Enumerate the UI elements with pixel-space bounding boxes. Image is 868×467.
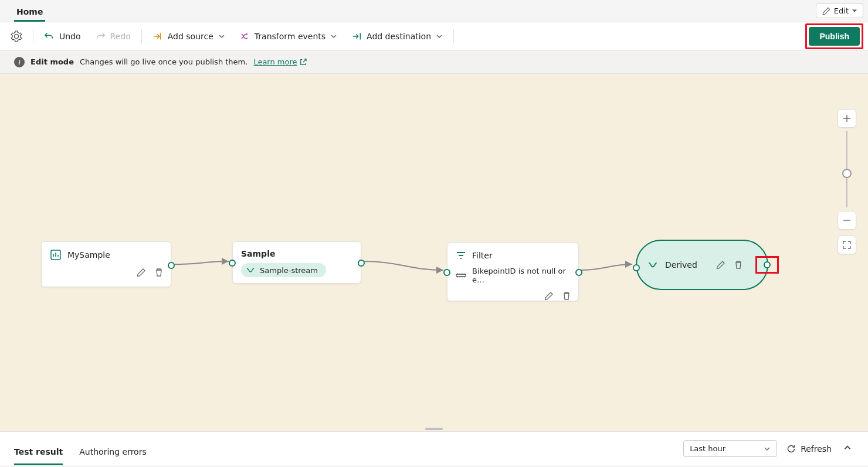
trash-icon bbox=[734, 260, 743, 270]
svg-rect-3 bbox=[456, 274, 466, 277]
separator bbox=[141, 29, 142, 43]
plus-icon bbox=[843, 114, 851, 122]
output-port-highlight bbox=[755, 256, 779, 274]
transform-icon bbox=[239, 31, 250, 42]
node-sample-title: Sample bbox=[241, 249, 275, 258]
main-toolbar: Undo Redo Add source Transform events Ad… bbox=[0, 22, 868, 50]
external-link-icon bbox=[300, 59, 307, 66]
flow-canvas[interactable]: MySample Sample Sample-stream Filter B bbox=[0, 74, 868, 431]
node-derived[interactable]: Derived bbox=[636, 240, 768, 290]
svg-point-1 bbox=[246, 38, 247, 39]
separator bbox=[33, 29, 33, 43]
minus-icon bbox=[843, 216, 851, 224]
expand-panel-button[interactable] bbox=[841, 441, 854, 456]
fit-icon bbox=[842, 240, 852, 250]
output-port[interactable] bbox=[575, 269, 582, 276]
banner-mode-label: Edit mode bbox=[30, 57, 74, 66]
refresh-icon bbox=[786, 444, 796, 454]
trash-icon bbox=[154, 268, 164, 277]
stream-icon bbox=[246, 265, 255, 275]
zoom-in-button[interactable] bbox=[838, 109, 856, 128]
panel-resize-handle[interactable] bbox=[425, 428, 443, 430]
edit-node-button[interactable] bbox=[715, 259, 727, 271]
tab-home[interactable]: Home bbox=[14, 2, 45, 22]
pencil-icon bbox=[137, 268, 146, 277]
node-derived-title: Derived bbox=[665, 260, 697, 270]
chevron-down-icon bbox=[764, 445, 771, 452]
refresh-label: Refresh bbox=[801, 444, 832, 454]
transform-events-label: Transform events bbox=[255, 32, 326, 41]
refresh-button[interactable]: Refresh bbox=[786, 444, 832, 454]
add-source-button[interactable]: Add source bbox=[145, 28, 232, 45]
undo-icon bbox=[44, 31, 55, 42]
time-range-label: Last hour bbox=[690, 444, 725, 453]
filter-expression: BikepointID is not null or e… bbox=[472, 267, 570, 284]
separator bbox=[453, 29, 454, 43]
edit-dropdown-label: Edit bbox=[834, 6, 849, 15]
node-filter[interactable]: Filter BikepointID is not null or e… bbox=[447, 243, 579, 301]
filter-icon bbox=[456, 250, 466, 261]
input-port[interactable] bbox=[633, 264, 640, 271]
delete-node-button[interactable] bbox=[153, 267, 165, 278]
edit-node-button[interactable] bbox=[543, 290, 555, 302]
delete-node-button[interactable] bbox=[733, 259, 744, 271]
fit-view-button[interactable] bbox=[838, 236, 856, 254]
chevron-down-icon bbox=[436, 33, 443, 40]
edit-mode-banner: i Edit mode Changes will go live once yo… bbox=[0, 50, 868, 74]
zoom-thumb[interactable] bbox=[842, 169, 852, 178]
pencil-icon bbox=[544, 291, 554, 301]
transform-events-button[interactable]: Transform events bbox=[232, 28, 344, 45]
learn-more-link[interactable]: Learn more bbox=[253, 57, 306, 66]
edit-dropdown[interactable]: Edit bbox=[816, 4, 863, 18]
add-destination-label: Add destination bbox=[367, 32, 431, 41]
redo-label: Redo bbox=[110, 32, 131, 41]
pencil-icon bbox=[716, 260, 725, 270]
zoom-controls bbox=[838, 109, 856, 254]
bottom-panel: Test result Authoring errors Last hour R… bbox=[0, 431, 868, 465]
stream-pill[interactable]: Sample-stream bbox=[241, 263, 326, 277]
chevron-up-icon bbox=[843, 444, 852, 452]
publish-button[interactable]: Publish bbox=[809, 27, 860, 46]
settings-button[interactable] bbox=[4, 27, 29, 46]
undo-label: Undo bbox=[59, 32, 81, 41]
node-mysample-title: MySample bbox=[67, 250, 110, 260]
add-source-icon bbox=[152, 31, 163, 42]
banner-message: Changes will go live once you publish th… bbox=[80, 57, 247, 66]
info-icon: i bbox=[14, 57, 25, 67]
edit-node-button[interactable] bbox=[135, 267, 147, 278]
publish-highlight: Publish bbox=[805, 23, 863, 49]
expression-icon bbox=[456, 271, 466, 279]
trash-icon bbox=[562, 291, 571, 301]
delete-node-button[interactable] bbox=[561, 290, 572, 302]
chevron-down-icon bbox=[218, 33, 225, 40]
add-destination-icon bbox=[351, 31, 362, 42]
learn-more-label: Learn more bbox=[253, 57, 297, 66]
output-port[interactable] bbox=[764, 261, 771, 268]
tab-test-result[interactable]: Test result bbox=[14, 438, 63, 465]
redo-icon bbox=[95, 31, 106, 42]
add-destination-button[interactable]: Add destination bbox=[344, 28, 450, 45]
svg-point-0 bbox=[246, 33, 247, 35]
add-source-label: Add source bbox=[168, 32, 213, 41]
gear-icon bbox=[11, 30, 22, 42]
stream-icon bbox=[647, 260, 658, 270]
stream-label: Sample-stream bbox=[260, 266, 318, 275]
node-filter-title: Filter bbox=[472, 251, 493, 260]
input-port[interactable] bbox=[443, 269, 450, 276]
zoom-out-button[interactable] bbox=[838, 211, 856, 230]
node-sample[interactable]: Sample Sample-stream bbox=[232, 241, 361, 284]
input-port[interactable] bbox=[229, 260, 236, 267]
output-port[interactable] bbox=[358, 260, 365, 267]
eventstream-icon bbox=[50, 249, 62, 261]
redo-button[interactable]: Redo bbox=[88, 28, 138, 45]
chevron-down-icon bbox=[330, 33, 337, 40]
node-mysample[interactable]: MySample bbox=[41, 241, 171, 287]
tab-authoring-errors[interactable]: Authoring errors bbox=[79, 438, 146, 465]
output-port[interactable] bbox=[168, 262, 175, 269]
time-range-select[interactable]: Last hour bbox=[683, 440, 777, 457]
zoom-slider[interactable] bbox=[846, 131, 847, 207]
undo-button[interactable]: Undo bbox=[37, 28, 88, 45]
pencil-icon bbox=[822, 7, 830, 15]
caret-down-icon bbox=[852, 9, 857, 13]
